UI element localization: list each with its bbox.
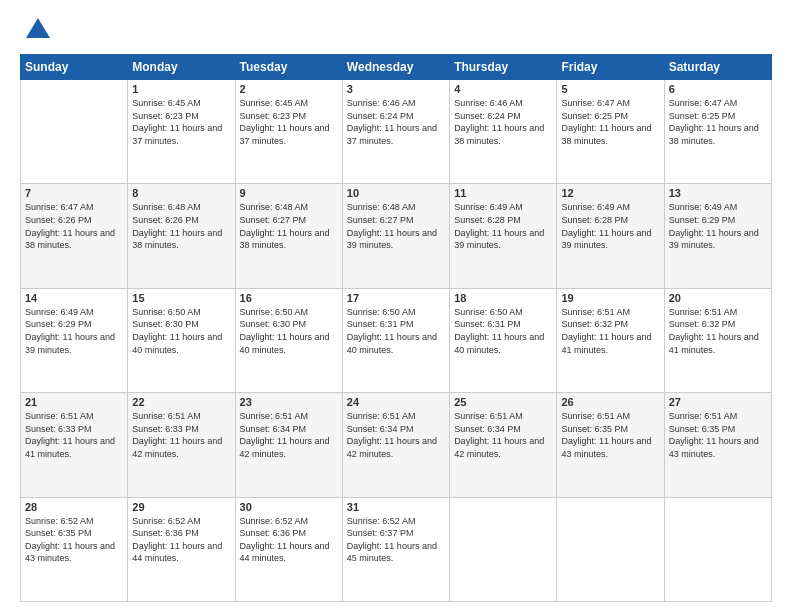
day-number: 13 xyxy=(669,187,767,199)
day-info: Sunrise: 6:52 AMSunset: 6:37 PMDaylight:… xyxy=(347,515,445,565)
day-info: Sunrise: 6:52 AMSunset: 6:36 PMDaylight:… xyxy=(132,515,230,565)
day-number: 26 xyxy=(561,396,659,408)
calendar-cell: 15Sunrise: 6:50 AMSunset: 6:30 PMDayligh… xyxy=(128,288,235,392)
calendar-cell: 29Sunrise: 6:52 AMSunset: 6:36 PMDayligh… xyxy=(128,497,235,601)
day-number: 7 xyxy=(25,187,123,199)
calendar-cell: 5Sunrise: 6:47 AMSunset: 6:25 PMDaylight… xyxy=(557,80,664,184)
day-info: Sunrise: 6:48 AMSunset: 6:26 PMDaylight:… xyxy=(132,201,230,251)
day-info: Sunrise: 6:51 AMSunset: 6:35 PMDaylight:… xyxy=(669,410,767,460)
day-number: 25 xyxy=(454,396,552,408)
day-number: 19 xyxy=(561,292,659,304)
calendar-cell: 11Sunrise: 6:49 AMSunset: 6:28 PMDayligh… xyxy=(450,184,557,288)
header-day-thursday: Thursday xyxy=(450,55,557,80)
day-number: 12 xyxy=(561,187,659,199)
day-info: Sunrise: 6:51 AMSunset: 6:33 PMDaylight:… xyxy=(25,410,123,460)
header-day-saturday: Saturday xyxy=(664,55,771,80)
calendar-cell: 26Sunrise: 6:51 AMSunset: 6:35 PMDayligh… xyxy=(557,393,664,497)
calendar-cell: 12Sunrise: 6:49 AMSunset: 6:28 PMDayligh… xyxy=(557,184,664,288)
day-number: 18 xyxy=(454,292,552,304)
header-day-monday: Monday xyxy=(128,55,235,80)
header-day-wednesday: Wednesday xyxy=(342,55,449,80)
day-info: Sunrise: 6:49 AMSunset: 6:29 PMDaylight:… xyxy=(669,201,767,251)
day-number: 14 xyxy=(25,292,123,304)
week-row-3: 14Sunrise: 6:49 AMSunset: 6:29 PMDayligh… xyxy=(21,288,772,392)
day-info: Sunrise: 6:50 AMSunset: 6:30 PMDaylight:… xyxy=(240,306,338,356)
day-info: Sunrise: 6:46 AMSunset: 6:24 PMDaylight:… xyxy=(347,97,445,147)
day-number: 24 xyxy=(347,396,445,408)
day-info: Sunrise: 6:51 AMSunset: 6:34 PMDaylight:… xyxy=(240,410,338,460)
day-number: 17 xyxy=(347,292,445,304)
calendar-cell: 25Sunrise: 6:51 AMSunset: 6:34 PMDayligh… xyxy=(450,393,557,497)
day-info: Sunrise: 6:52 AMSunset: 6:35 PMDaylight:… xyxy=(25,515,123,565)
calendar-cell: 2Sunrise: 6:45 AMSunset: 6:23 PMDaylight… xyxy=(235,80,342,184)
calendar-cell: 19Sunrise: 6:51 AMSunset: 6:32 PMDayligh… xyxy=(557,288,664,392)
day-number: 10 xyxy=(347,187,445,199)
calendar-cell: 1Sunrise: 6:45 AMSunset: 6:23 PMDaylight… xyxy=(128,80,235,184)
calendar-table: SundayMondayTuesdayWednesdayThursdayFrid… xyxy=(20,54,772,602)
calendar-cell: 30Sunrise: 6:52 AMSunset: 6:36 PMDayligh… xyxy=(235,497,342,601)
calendar-cell: 22Sunrise: 6:51 AMSunset: 6:33 PMDayligh… xyxy=(128,393,235,497)
calendar-cell: 7Sunrise: 6:47 AMSunset: 6:26 PMDaylight… xyxy=(21,184,128,288)
day-info: Sunrise: 6:51 AMSunset: 6:35 PMDaylight:… xyxy=(561,410,659,460)
day-info: Sunrise: 6:46 AMSunset: 6:24 PMDaylight:… xyxy=(454,97,552,147)
day-info: Sunrise: 6:51 AMSunset: 6:33 PMDaylight:… xyxy=(132,410,230,460)
svg-marker-0 xyxy=(26,18,50,38)
week-row-5: 28Sunrise: 6:52 AMSunset: 6:35 PMDayligh… xyxy=(21,497,772,601)
day-number: 9 xyxy=(240,187,338,199)
calendar-cell: 28Sunrise: 6:52 AMSunset: 6:35 PMDayligh… xyxy=(21,497,128,601)
day-info: Sunrise: 6:48 AMSunset: 6:27 PMDaylight:… xyxy=(240,201,338,251)
calendar-cell: 13Sunrise: 6:49 AMSunset: 6:29 PMDayligh… xyxy=(664,184,771,288)
week-row-4: 21Sunrise: 6:51 AMSunset: 6:33 PMDayligh… xyxy=(21,393,772,497)
calendar-header: SundayMondayTuesdayWednesdayThursdayFrid… xyxy=(21,55,772,80)
day-number: 3 xyxy=(347,83,445,95)
header-row: SundayMondayTuesdayWednesdayThursdayFrid… xyxy=(21,55,772,80)
calendar-cell: 8Sunrise: 6:48 AMSunset: 6:26 PMDaylight… xyxy=(128,184,235,288)
calendar-cell xyxy=(21,80,128,184)
day-info: Sunrise: 6:49 AMSunset: 6:29 PMDaylight:… xyxy=(25,306,123,356)
day-number: 20 xyxy=(669,292,767,304)
day-number: 16 xyxy=(240,292,338,304)
calendar-cell: 4Sunrise: 6:46 AMSunset: 6:24 PMDaylight… xyxy=(450,80,557,184)
day-info: Sunrise: 6:47 AMSunset: 6:25 PMDaylight:… xyxy=(561,97,659,147)
day-number: 29 xyxy=(132,501,230,513)
week-row-2: 7Sunrise: 6:47 AMSunset: 6:26 PMDaylight… xyxy=(21,184,772,288)
header-day-tuesday: Tuesday xyxy=(235,55,342,80)
day-info: Sunrise: 6:50 AMSunset: 6:31 PMDaylight:… xyxy=(454,306,552,356)
calendar-cell: 24Sunrise: 6:51 AMSunset: 6:34 PMDayligh… xyxy=(342,393,449,497)
day-info: Sunrise: 6:47 AMSunset: 6:26 PMDaylight:… xyxy=(25,201,123,251)
day-info: Sunrise: 6:49 AMSunset: 6:28 PMDaylight:… xyxy=(561,201,659,251)
day-number: 31 xyxy=(347,501,445,513)
day-info: Sunrise: 6:52 AMSunset: 6:36 PMDaylight:… xyxy=(240,515,338,565)
calendar-cell: 16Sunrise: 6:50 AMSunset: 6:30 PMDayligh… xyxy=(235,288,342,392)
day-number: 21 xyxy=(25,396,123,408)
calendar-cell: 31Sunrise: 6:52 AMSunset: 6:37 PMDayligh… xyxy=(342,497,449,601)
calendar-body: 1Sunrise: 6:45 AMSunset: 6:23 PMDaylight… xyxy=(21,80,772,602)
day-number: 8 xyxy=(132,187,230,199)
day-number: 6 xyxy=(669,83,767,95)
day-info: Sunrise: 6:45 AMSunset: 6:23 PMDaylight:… xyxy=(132,97,230,147)
day-info: Sunrise: 6:45 AMSunset: 6:23 PMDaylight:… xyxy=(240,97,338,147)
calendar-cell: 21Sunrise: 6:51 AMSunset: 6:33 PMDayligh… xyxy=(21,393,128,497)
day-number: 15 xyxy=(132,292,230,304)
day-number: 11 xyxy=(454,187,552,199)
day-info: Sunrise: 6:50 AMSunset: 6:30 PMDaylight:… xyxy=(132,306,230,356)
day-number: 2 xyxy=(240,83,338,95)
day-info: Sunrise: 6:47 AMSunset: 6:25 PMDaylight:… xyxy=(669,97,767,147)
calendar-cell: 14Sunrise: 6:49 AMSunset: 6:29 PMDayligh… xyxy=(21,288,128,392)
day-number: 28 xyxy=(25,501,123,513)
calendar-cell xyxy=(557,497,664,601)
header xyxy=(20,16,772,44)
day-number: 5 xyxy=(561,83,659,95)
header-day-sunday: Sunday xyxy=(21,55,128,80)
calendar-cell: 6Sunrise: 6:47 AMSunset: 6:25 PMDaylight… xyxy=(664,80,771,184)
week-row-1: 1Sunrise: 6:45 AMSunset: 6:23 PMDaylight… xyxy=(21,80,772,184)
calendar-cell xyxy=(664,497,771,601)
calendar-cell: 18Sunrise: 6:50 AMSunset: 6:31 PMDayligh… xyxy=(450,288,557,392)
logo xyxy=(20,16,52,44)
day-number: 23 xyxy=(240,396,338,408)
day-number: 4 xyxy=(454,83,552,95)
day-info: Sunrise: 6:51 AMSunset: 6:34 PMDaylight:… xyxy=(347,410,445,460)
calendar-cell: 20Sunrise: 6:51 AMSunset: 6:32 PMDayligh… xyxy=(664,288,771,392)
calendar-cell: 27Sunrise: 6:51 AMSunset: 6:35 PMDayligh… xyxy=(664,393,771,497)
calendar-cell: 23Sunrise: 6:51 AMSunset: 6:34 PMDayligh… xyxy=(235,393,342,497)
